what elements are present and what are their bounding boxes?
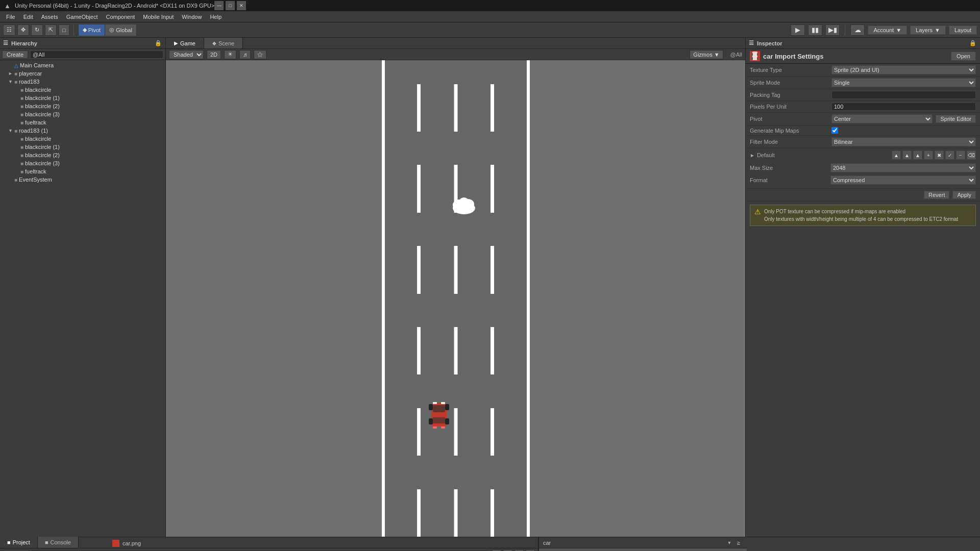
hierarchy-search-input[interactable] <box>30 51 163 59</box>
tree-item-blackcircle-3[interactable]: ■ blackcircle (2) <box>0 102 165 110</box>
platform-icons: ▲ ▲ ▲ + ✖ ✓ − ⌫ <box>892 151 976 160</box>
fx-button[interactable]: ⚝ <box>254 50 266 59</box>
maximize-button[interactable]: □ <box>226 1 235 10</box>
filter-button[interactable]: ▼ <box>503 549 512 552</box>
tree-item-bc2-3[interactable]: ■ blackcircle (2) <box>0 151 165 159</box>
platform-check-icon[interactable]: ✓ <box>945 151 954 160</box>
packing-tag-row: Packing Tag <box>746 89 980 101</box>
texture-type-select[interactable]: Sprite (2D and UI) <box>831 65 976 74</box>
format-select[interactable]: Compressed <box>830 176 976 185</box>
tab-scene[interactable]: ◆ Scene <box>204 37 243 48</box>
filter-mode-label: Filter Mode <box>750 139 831 145</box>
asset-preview-resize-icon[interactable]: ≧ <box>734 539 743 547</box>
platform-phone-icon[interactable]: ▲ <box>902 151 912 160</box>
game-viewport[interactable] <box>166 60 745 537</box>
expand-arrow[interactable]: ► <box>8 71 14 76</box>
lock-project-icon[interactable]: 🔒 <box>526 549 535 552</box>
tree-item-fueltrack-2[interactable]: ■ fueltrack <box>0 167 165 176</box>
search-icon-button[interactable]: 🔍 <box>492 549 501 552</box>
hand-tool-button[interactable]: ☷ <box>3 24 15 36</box>
expand-arrow[interactable]: ▼ <box>8 79 14 84</box>
pivot-select[interactable]: Center <box>831 114 933 123</box>
menu-gameobject[interactable]: GameObject <box>62 13 102 21</box>
expand-arrow <box>14 136 20 141</box>
sprite-editor-button[interactable]: Sprite Editor <box>936 115 976 123</box>
2d-button[interactable]: 2D <box>207 50 221 59</box>
pixels-per-unit-input[interactable] <box>831 103 976 111</box>
tree-item-road183-1[interactable]: ▼ ■ road183 (1) <box>0 127 165 135</box>
menu-assets[interactable]: Assets <box>37 13 62 21</box>
tree-item-playercar[interactable]: ► ■ playercar <box>0 69 165 78</box>
inspector-lock-icon[interactable]: 🔒 <box>969 39 977 47</box>
close-button[interactable]: ✕ <box>237 1 246 10</box>
gizmos-button[interactable]: Gizmos ▼ <box>690 50 723 59</box>
account-button[interactable]: Account ▼ <box>868 26 907 35</box>
rect-tool-button[interactable]: □ <box>59 24 69 36</box>
console-tab-label: Console <box>51 539 71 545</box>
menu-help[interactable]: Help <box>206 13 226 21</box>
scale-tool-button[interactable]: ⇱ <box>45 24 57 36</box>
generate-mip-checkbox[interactable] <box>831 127 838 134</box>
platform-minus-icon[interactable]: − <box>956 151 965 160</box>
pause-button[interactable]: ▮▮ <box>808 24 822 36</box>
cloud-button[interactable]: ☁ <box>850 24 865 36</box>
hierarchy-header: ☰ Hierarchy 🔒 <box>0 38 165 49</box>
revert-button[interactable]: Revert <box>924 191 949 199</box>
tree-item-blackcircle-2[interactable]: ■ blackcircle (1) <box>0 94 165 102</box>
audio-button[interactable]: ♬ <box>239 50 251 59</box>
filter-mode-select[interactable]: Bilinear <box>831 137 976 146</box>
move-tool-button[interactable]: ✥ <box>17 24 29 36</box>
project-tab-icon: ■ <box>7 539 11 545</box>
step-button[interactable]: ▶▮ <box>825 24 840 36</box>
sprite-mode-select[interactable]: Single <box>831 78 976 87</box>
minimize-button[interactable]: — <box>214 1 224 10</box>
max-size-select[interactable]: 2048 <box>830 163 976 172</box>
tree-item-road183[interactable]: ▼ ■ road183 <box>0 78 165 86</box>
pivot-button[interactable]: ◆ Pivot <box>79 24 105 36</box>
play-button[interactable]: ▶ <box>791 24 805 36</box>
tree-item-bc2-1[interactable]: ■ blackcircle <box>0 135 165 143</box>
generate-mip-label: Generate Mip Maps <box>750 128 831 134</box>
collapse-button[interactable]: − <box>514 549 524 552</box>
menu-window[interactable]: Window <box>178 13 206 21</box>
tab-game[interactable]: ▶ Game <box>166 37 204 48</box>
hierarchy-lock-icon[interactable]: 🔒 <box>154 39 162 47</box>
platform-pc-icon[interactable]: ▲ <box>892 151 901 160</box>
svg-rect-15 <box>752 52 757 60</box>
open-button[interactable]: Open <box>951 52 976 61</box>
apply-button[interactable]: Apply <box>952 191 976 199</box>
shaded-select[interactable]: Shaded <box>169 50 204 59</box>
menu-mobileinput[interactable]: Mobile Input <box>139 13 178 21</box>
tree-item-eventsystem[interactable]: ■ EventSystem <box>0 176 165 184</box>
platform-trash-icon[interactable]: ⌫ <box>967 151 976 160</box>
tab-project[interactable]: ■ Project <box>0 537 38 548</box>
platform-plus-icon[interactable]: + <box>924 151 933 160</box>
platform-tablet-icon[interactable]: ▲ <box>913 151 922 160</box>
menu-edit[interactable]: Edit <box>19 13 37 21</box>
warning-icon: ⚠ <box>754 208 761 223</box>
lighting-button[interactable]: ☀ <box>224 50 236 59</box>
tab-console[interactable]: ■ Console <box>38 537 79 548</box>
asset-preview-control-icon[interactable]: ▼ <box>725 539 733 547</box>
expand-arrow[interactable]: ▼ <box>8 128 14 133</box>
hierarchy-create-button[interactable]: Create <box>2 51 28 59</box>
menu-file[interactable]: File <box>2 13 19 21</box>
right-lane-line <box>491 60 494 537</box>
menu-component[interactable]: Component <box>102 13 139 21</box>
tree-item-bc2-2[interactable]: ■ blackcircle (1) <box>0 143 165 151</box>
layers-button[interactable]: Layers ▼ <box>910 26 946 35</box>
rotate-tool-button[interactable]: ↻ <box>31 24 43 36</box>
max-size-row: Max Size 2048 <box>750 162 976 174</box>
tree-item-blackcircle-4[interactable]: ■ blackcircle (3) <box>0 110 165 118</box>
expand-arrow <box>14 120 20 125</box>
tree-item-maincamera[interactable]: △ Main Camera <box>0 61 165 69</box>
tree-item-fueltrack-1[interactable]: ■ fueltrack <box>0 118 165 127</box>
tree-item-bc2-4[interactable]: ■ blackcircle (3) <box>0 159 165 167</box>
toolbar: ☷ ✥ ↻ ⇱ □ ◆ Pivot ◎ Global ▶ ▮▮ ▶▮ ☁ Acc… <box>0 22 980 38</box>
global-button[interactable]: ◎ Global <box>105 24 136 36</box>
layout-button[interactable]: Layout <box>949 26 977 35</box>
packing-tag-input[interactable] <box>831 91 976 99</box>
platform-x-icon[interactable]: ✖ <box>935 151 944 160</box>
tree-item-blackcircle-1[interactable]: ■ blackcircle <box>0 86 165 94</box>
svg-rect-17 <box>757 53 758 56</box>
